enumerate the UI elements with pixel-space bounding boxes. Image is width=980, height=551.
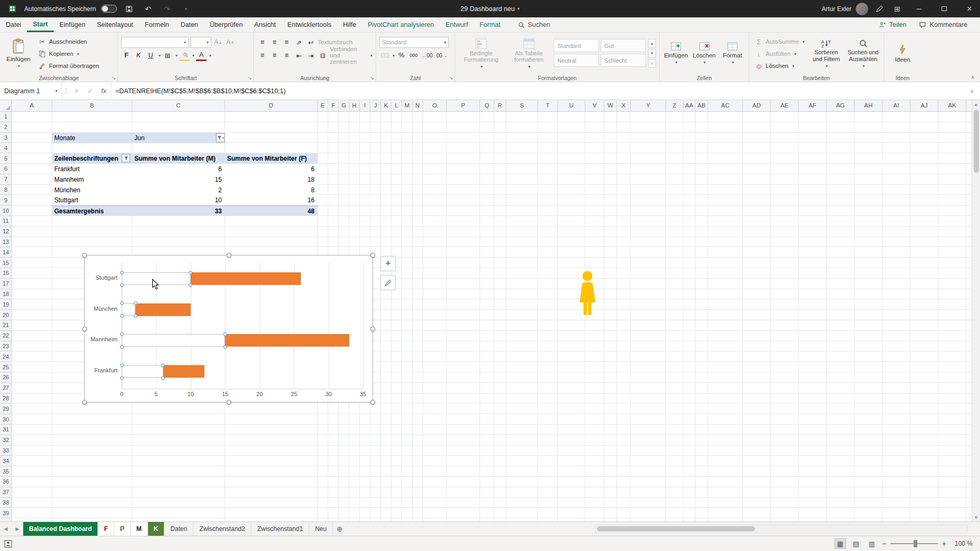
font-size-combo[interactable]: ▾ (190, 37, 211, 48)
font-color-button[interactable]: A (196, 50, 207, 61)
maximize-button[interactable] (934, 0, 955, 17)
column-header-AJ[interactable]: AJ (910, 100, 938, 112)
row-header-34[interactable]: 34 (0, 456, 12, 466)
ribbon-tab-einfügen[interactable]: Einfügen (54, 17, 91, 32)
chart-resize-handle[interactable] (370, 400, 375, 405)
column-header-M[interactable]: M (402, 100, 413, 112)
chart-plot-area[interactable]: 05101520253035StuttgartMünchenMannheimFr… (85, 255, 373, 402)
row-header-10[interactable]: 10 (0, 205, 12, 216)
wrap-text-icon[interactable]: ↩ (306, 37, 316, 48)
cell-monate-label[interactable]: Monate (52, 133, 132, 143)
cell-total-f[interactable]: 48 (225, 205, 318, 216)
dialog-launcher-icon[interactable]: ↘ (449, 75, 453, 81)
formula-input[interactable]: =DATENREIHE(M!$C$5;M!$B$6:$B$10;M!$C$6:$… (111, 82, 964, 100)
cell-value-m[interactable]: 6 (132, 164, 225, 174)
ribbon-tab-start[interactable]: Start (27, 17, 53, 32)
row-header-25[interactable]: 25 (0, 362, 12, 372)
sheet-tab-k[interactable]: K (148, 522, 165, 536)
column-header-P[interactable]: P (447, 100, 480, 112)
column-header-X[interactable]: X (617, 100, 631, 112)
accounting-format-icon[interactable] (379, 50, 390, 61)
cell-value-f[interactable]: 8 (225, 185, 318, 195)
row-header-1[interactable]: 1 (0, 112, 12, 122)
undo-icon[interactable]: ↶ (141, 3, 155, 15)
gallery-up-icon[interactable]: ▲ (648, 39, 656, 48)
column-header-U[interactable]: U (558, 100, 585, 112)
row-header-14[interactable]: 14 (0, 247, 12, 258)
pivot-chart[interactable]: 05101520253035StuttgartMünchenMannheimFr… (84, 255, 373, 402)
cell-sum-f-header[interactable]: Summe von Mitarbeiter (F) (225, 153, 318, 164)
row-header-11[interactable]: 11 (0, 216, 12, 227)
cell-value-f[interactable]: 16 (225, 195, 318, 205)
column-header-AI[interactable]: AI (883, 100, 910, 112)
series-selection-handle[interactable] (189, 283, 192, 287)
paste-button[interactable]: Einfügen ▾ (3, 35, 34, 73)
name-box-grip[interactable]: ⋮ (62, 82, 70, 100)
align-bottom-icon[interactable]: ≡ (281, 37, 292, 48)
percent-icon[interactable]: % (396, 50, 407, 61)
series-selection-handle[interactable] (120, 345, 124, 349)
row-header-4[interactable]: 4 (0, 143, 12, 153)
ribbon-tab-seitenlayout[interactable]: Seitenlayout (91, 17, 139, 32)
title-chevron-icon[interactable]: ▾ (517, 6, 520, 11)
style-standard[interactable]: Standard (554, 39, 599, 52)
row-header-38[interactable]: 38 (0, 498, 12, 508)
column-header-AK[interactable]: AK (938, 100, 966, 112)
series-f-bar-München[interactable] (135, 303, 191, 316)
align-center-icon[interactable]: ≡ (269, 50, 280, 61)
sheet-tab-m[interactable]: M (131, 522, 148, 536)
ideas-button[interactable]: Ideen (887, 35, 918, 73)
column-header-Q[interactable]: Q (480, 100, 494, 112)
ribbon-tab-überprüfen[interactable]: Überprüfen (204, 17, 249, 32)
cell-total-label[interactable]: Gesamtergebnis (52, 205, 132, 216)
series-m-bar-Mannheim[interactable] (122, 334, 225, 347)
row-header-2[interactable]: 2 (0, 122, 12, 133)
find-select-button[interactable]: Suchen und Auswählen▾ (846, 35, 880, 73)
cells-layer[interactable]: Monate Jun ▾ Zeilenbeschriftungen Summe … (12, 112, 972, 522)
add-sheet-button[interactable]: ⊕ (333, 522, 347, 536)
ribbon-tab-hilfe[interactable]: Hilfe (337, 17, 362, 32)
comments-button[interactable]: Kommentare (914, 19, 973, 30)
row-header-30[interactable]: 30 (0, 414, 12, 425)
column-header-H[interactable]: H (349, 100, 360, 112)
row-header-9[interactable]: 9 (0, 195, 12, 205)
enter-button[interactable]: ✓ (83, 82, 97, 100)
sheet-nav-left-icon[interactable]: ◀ (0, 522, 12, 536)
cell-value-f[interactable]: 6 (225, 164, 318, 174)
increase-decimal-icon[interactable]: ←00 (420, 50, 434, 61)
pivot-rows-filter-button[interactable] (122, 154, 130, 162)
column-header-D[interactable]: D (225, 100, 318, 112)
column-header-E[interactable]: E (318, 100, 328, 112)
insert-function-button[interactable]: fx (97, 82, 111, 100)
fill-button[interactable]: ↓ Ausfüllen▾ (752, 48, 807, 60)
select-all-corner[interactable] (0, 100, 12, 112)
row-header-15[interactable]: 15 (0, 258, 12, 268)
copy-button[interactable]: Kopieren▾ (36, 48, 101, 60)
row-header-32[interactable]: 32 (0, 435, 12, 446)
sheet-nav-right-icon[interactable]: ▶ (12, 522, 23, 536)
ribbon-tab-daten[interactable]: Daten (175, 17, 204, 32)
cell-city[interactable]: Mannheim (52, 174, 132, 185)
zoom-slider-thumb[interactable] (914, 540, 917, 547)
ribbon-tab-entwicklertools[interactable]: Entwicklertools (282, 17, 337, 32)
series-selection-handle[interactable] (120, 332, 124, 336)
shrink-font-button[interactable]: A▼ (225, 37, 236, 48)
column-header-T[interactable]: T (538, 100, 558, 112)
column-header-AB[interactable]: AB (695, 100, 708, 112)
chart-resize-handle[interactable] (370, 327, 375, 331)
format-cells-button[interactable]: Format▾ (719, 35, 746, 73)
series-m-bar-Frankfurt[interactable] (122, 365, 163, 378)
insert-cells-button[interactable]: Einfügen▾ (663, 35, 689, 73)
row-header-29[interactable]: 29 (0, 404, 12, 414)
sheet-tab-p[interactable]: P (114, 522, 131, 536)
series-selection-handle[interactable] (161, 376, 165, 380)
row-header-33[interactable]: 33 (0, 446, 12, 456)
name-box[interactable]: Diagramm 1 ▾ (0, 82, 62, 100)
zoom-level[interactable]: 100 % (950, 540, 973, 547)
cell-row-labels-header[interactable]: Zeilenbeschriftungen (52, 153, 132, 164)
bold-button[interactable]: F (121, 50, 132, 61)
series-selection-handle[interactable] (120, 314, 124, 318)
row-header-22[interactable]: 22 (0, 331, 12, 341)
horizontal-scroll-thumb[interactable] (597, 526, 755, 532)
align-middle-icon[interactable]: ≡ (269, 37, 280, 48)
